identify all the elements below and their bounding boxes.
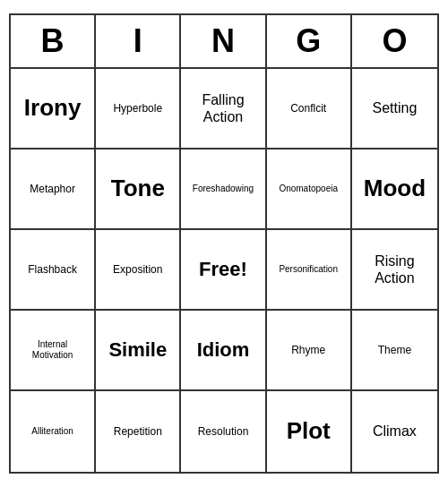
bingo-cell: Metaphor — [11, 150, 96, 230]
bingo-cell: Tone — [96, 150, 181, 230]
bingo-header: BINGO — [11, 15, 437, 69]
bingo-cell: Simile — [96, 311, 181, 391]
cell-text: Onomatopoeia — [279, 184, 338, 194]
bingo-cell: Theme — [352, 311, 437, 391]
cell-text: Alliteration — [31, 426, 73, 437]
bingo-cell: Mood — [352, 150, 437, 230]
cell-text: Repetition — [114, 425, 162, 438]
cell-text: Internal Motivation — [16, 339, 89, 361]
header-letter: G — [267, 15, 352, 67]
cell-text: Setting — [372, 99, 417, 116]
bingo-cell: Internal Motivation — [11, 311, 96, 391]
bingo-cell: Hyperbole — [96, 69, 181, 150]
header-letter: O — [352, 15, 437, 67]
cell-text: Irony — [24, 94, 82, 122]
bingo-card: BINGO IronyHyperboleFalling ActionConflc… — [9, 13, 439, 474]
cell-text: Simile — [108, 338, 167, 362]
bingo-cell: Flashback — [11, 230, 96, 311]
bingo-cell: Plot — [267, 391, 352, 472]
cell-text: Tone — [111, 175, 165, 202]
cell-text: Conflcit — [290, 102, 326, 115]
bingo-cell: Personification — [267, 230, 352, 311]
bingo-cell: Free! — [181, 230, 266, 311]
cell-text: Flashback — [28, 263, 77, 276]
bingo-cell: Falling Action — [181, 69, 266, 150]
bingo-cell: Conflcit — [267, 69, 352, 150]
cell-text: Falling Action — [186, 91, 259, 125]
cell-text: Hyperbole — [113, 102, 162, 115]
bingo-cell: Rising Action — [352, 230, 437, 311]
bingo-cell: Foreshadowing — [181, 150, 266, 230]
bingo-cell: Alliteration — [11, 391, 96, 472]
cell-text: Rhyme — [291, 344, 325, 356]
cell-text: Resolution — [198, 425, 249, 438]
header-letter: I — [96, 15, 181, 67]
cell-text: Mood — [364, 175, 426, 202]
bingo-cell: Climax — [352, 391, 437, 472]
header-letter: N — [181, 15, 266, 67]
bingo-cell: Onomatopoeia — [267, 150, 352, 230]
bingo-cell: Irony — [11, 69, 96, 150]
cell-text: Theme — [378, 344, 411, 356]
bingo-cell: Rhyme — [267, 311, 352, 391]
bingo-cell: Exposition — [96, 230, 181, 311]
bingo-cell: Repetition — [96, 391, 181, 472]
cell-text: Plot — [287, 417, 331, 445]
cell-text: Idiom — [197, 338, 250, 362]
cell-text: Metaphor — [30, 183, 75, 195]
bingo-cell: Setting — [352, 69, 437, 150]
cell-text: Free! — [199, 258, 247, 281]
cell-text: Climax — [373, 423, 417, 440]
bingo-grid: IronyHyperboleFalling ActionConflcitSett… — [11, 69, 437, 472]
bingo-cell: Resolution — [181, 391, 266, 472]
cell-text: Foreshadowing — [193, 184, 254, 194]
cell-text: Personification — [279, 264, 338, 275]
header-letter: B — [11, 15, 96, 67]
cell-text: Rising Action — [358, 252, 432, 286]
cell-text: Exposition — [113, 263, 162, 276]
bingo-cell: Idiom — [181, 311, 266, 391]
